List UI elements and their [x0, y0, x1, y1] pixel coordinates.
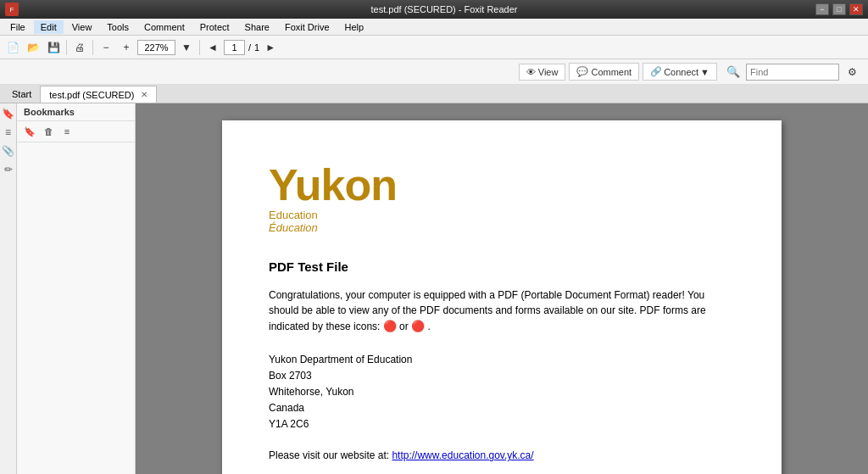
delete-bookmark-button[interactable]: 🗑 — [41, 124, 56, 139]
separator-3 — [199, 40, 200, 55]
sidebar-bookmarks-icon[interactable]: 🔖 — [2, 107, 15, 120]
toolbar: 📄 📂 💾 🖨 − + 227% ▼ ◄ / 1 ► — [0, 36, 868, 59]
prev-page-button[interactable]: ◄ — [203, 38, 222, 57]
connect-icon: 🔗 — [650, 66, 662, 77]
zoom-input[interactable]: 227% — [137, 40, 175, 55]
connect-button[interactable]: 🔗 Connect ▼ — [643, 63, 717, 81]
action-bar: 👁 View 💬 Comment 🔗 Connect ▼ 🔍 ⚙ — [0, 59, 868, 85]
settings-button[interactable]: ⚙ — [843, 63, 861, 81]
restore-button[interactable]: □ — [832, 3, 846, 15]
zoom-out-button[interactable]: − — [97, 38, 115, 57]
app-icon: F — [5, 3, 19, 16]
menu-help[interactable]: Help — [338, 20, 371, 34]
next-page-button[interactable]: ► — [261, 38, 280, 57]
tab-start[interactable]: Start — [3, 86, 40, 103]
save-button[interactable]: 💾 — [44, 38, 63, 57]
main-area: 🔖 ≡ 📎 ✏ Bookmarks 🔖 🗑 ≡ Yukon Education … — [0, 103, 868, 474]
yukon-subtitle-italic: Éducation — [269, 221, 735, 234]
new-button[interactable]: 📄 — [3, 38, 22, 57]
tab-label: test.pdf (SECURED) — [49, 90, 134, 100]
open-button[interactable]: 📂 — [24, 38, 42, 57]
yukon-logo-text: Yukon — [269, 163, 735, 207]
minimize-button[interactable]: − — [815, 3, 829, 15]
search-box — [746, 64, 839, 81]
address-line-2: Box 2703 — [269, 368, 735, 384]
print-button[interactable]: 🖨 — [70, 38, 89, 57]
tab-active[interactable]: test.pdf (SECURED) ✕ — [40, 86, 157, 103]
menu-edit[interactable]: Edit — [34, 20, 64, 34]
search-input[interactable] — [750, 67, 835, 77]
separator-2 — [92, 40, 93, 55]
sidebar-layers-icon[interactable]: ≡ — [2, 125, 15, 139]
panel-header: Bookmarks — [17, 103, 135, 121]
zoom-in-button[interactable]: + — [117, 38, 136, 57]
menu-comment[interactable]: Comment — [137, 20, 192, 34]
eye-icon: 👁 — [526, 67, 536, 77]
page-separator: / — [247, 42, 253, 53]
pdf-body-period: . — [427, 321, 430, 332]
menu-protect[interactable]: Protect — [193, 20, 236, 34]
pdf-body-text: Congratulations, your computer is equipp… — [269, 289, 706, 332]
address-line-4: Canada — [269, 400, 735, 416]
search-icon-button[interactable]: 🔍 — [724, 63, 743, 81]
pdf-address: Yukon Department of Education Box 2703 W… — [269, 352, 735, 433]
zoom-dropdown[interactable]: ▼ — [177, 38, 196, 57]
pdf-website: Please visit our website at: http://www.… — [269, 449, 735, 461]
window-title: test.pdf (SECURED) - Foxit Reader — [73, 4, 815, 14]
menu-foxit-drive[interactable]: Foxit Drive — [278, 20, 337, 34]
sidebar-signatures-icon[interactable]: ✏ — [2, 163, 15, 176]
close-button[interactable]: ✕ — [849, 3, 863, 15]
comment-button[interactable]: 💬 Comment — [569, 63, 639, 81]
sidebar-attachments-icon[interactable]: 📎 — [2, 144, 15, 158]
bookmark-options-button[interactable]: ≡ — [59, 124, 75, 139]
pdf-heading: PDF Test File — [269, 259, 735, 274]
panel-toolbar: 🔖 🗑 ≡ — [17, 121, 135, 142]
pdf-body-or: or — [399, 321, 411, 332]
sidebar: 🔖 ≡ 📎 ✏ — [0, 103, 17, 474]
zoom-controls: − + 227% ▼ — [97, 38, 196, 57]
website-link[interactable]: http://www.education.gov.yk.ca/ — [392, 449, 533, 461]
pdf-page: Yukon Education Éducation PDF Test File … — [222, 120, 782, 474]
view-button[interactable]: 👁 View — [519, 64, 566, 81]
window-controls[interactable]: − □ ✕ — [815, 3, 863, 15]
action-buttons-right: 👁 View 💬 Comment 🔗 Connect ▼ 🔍 ⚙ — [519, 63, 861, 81]
menu-bar: File Edit View Tools Comment Protect Sha… — [0, 19, 868, 36]
tab-bar: Start test.pdf (SECURED) ✕ — [0, 85, 868, 103]
page-total: 1 — [254, 42, 259, 53]
address-line-5: Y1A 2C6 — [269, 416, 735, 432]
page-number-input[interactable] — [224, 40, 245, 55]
menu-view[interactable]: View — [65, 20, 99, 34]
yukon-logo: Yukon Education Éducation — [269, 163, 735, 234]
pdf-viewer[interactable]: Yukon Education Éducation PDF Test File … — [136, 103, 868, 474]
yukon-subtitle: Education — [269, 209, 735, 221]
bookmarks-panel: Bookmarks 🔖 🗑 ≡ — [17, 103, 136, 474]
tab-close-icon[interactable]: ✕ — [141, 90, 147, 99]
menu-share[interactable]: Share — [238, 20, 276, 34]
website-label: Please visit our website at: — [269, 449, 389, 461]
comment-icon: 💬 — [576, 66, 588, 77]
separator-1 — [66, 40, 67, 55]
menu-tools[interactable]: Tools — [100, 20, 136, 34]
address-line-1: Yukon Department of Education — [269, 352, 735, 368]
pdf-body: Congratulations, your computer is equipp… — [269, 287, 735, 335]
pdf-icon-2: 🔴 — [411, 318, 425, 335]
connect-dropdown-icon: ▼ — [700, 67, 709, 77]
menu-file[interactable]: File — [3, 20, 32, 34]
title-bar: F test.pdf (SECURED) - Foxit Reader − □ … — [0, 0, 868, 19]
pdf-icon-1: 🔴 — [383, 318, 397, 335]
add-bookmark-button[interactable]: 🔖 — [22, 124, 37, 139]
address-line-3: Whitehorse, Yukon — [269, 384, 735, 400]
